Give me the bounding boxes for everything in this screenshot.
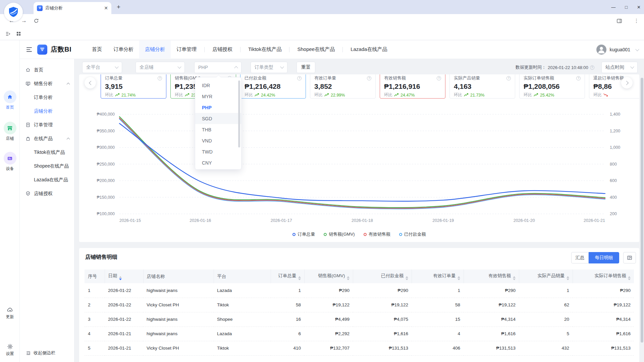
rail-item-device[interactable]: 设备 xyxy=(0,152,20,172)
window-close-button[interactable]: ✕ xyxy=(637,5,641,10)
currency-option-MYR[interactable]: MYR xyxy=(195,91,241,102)
legend-item-已付款金额[interactable]: 已付款金额 xyxy=(399,231,426,237)
legend-item-有效销售额[interactable]: 有效销售额 xyxy=(364,231,390,237)
table-cell: 1 xyxy=(271,283,304,298)
nav-item-Tiktok在线产品[interactable]: Tiktok在线产品 xyxy=(243,41,287,58)
legend-item-订单总量[interactable]: 订单总量 xyxy=(292,231,315,237)
currency-option-THB[interactable]: THB xyxy=(195,124,241,135)
question-circle-icon[interactable]: ? xyxy=(506,76,511,80)
sort-carets-icon[interactable] xyxy=(406,276,408,280)
nav-item-店铺授权[interactable]: 店铺授权 xyxy=(207,41,238,58)
window-maximize-button[interactable]: □ xyxy=(625,5,628,10)
refresh-icon[interactable] xyxy=(34,18,39,23)
browser-tab[interactable]: 店铺分析 ✕ xyxy=(34,2,111,14)
sort-carets-icon[interactable] xyxy=(628,276,631,280)
side-panel-icon[interactable] xyxy=(616,18,622,24)
legend-label: 已付款金额 xyxy=(404,231,426,237)
sidebar-item-店铺分析[interactable]: 店铺分析 xyxy=(20,104,74,118)
nav-item-订单分析[interactable]: 订单分析 xyxy=(108,41,139,58)
tab-title: 店铺分析 xyxy=(45,5,63,11)
collapse-sidebar-button[interactable]: 收起侧边栏 xyxy=(20,350,74,356)
tab-close-icon[interactable]: ✕ xyxy=(104,5,108,11)
order-type-select[interactable]: 订单类型 xyxy=(251,62,287,73)
daily-detail-toggle-button[interactable]: 每日明细 xyxy=(589,252,619,263)
timezone-select[interactable]: 站点时间 xyxy=(601,62,638,73)
column-header-日期[interactable]: 日期 xyxy=(105,269,143,283)
question-circle-icon[interactable]: ? xyxy=(437,76,441,80)
question-circle-icon[interactable]: ? xyxy=(576,76,581,80)
help-circle-icon[interactable]: ? xyxy=(590,65,594,70)
column-header-实际订单销售额[interactable]: 实际订单销售额 xyxy=(573,269,634,283)
column-settings-button[interactable] xyxy=(623,252,636,263)
username[interactable]: kugua001 xyxy=(609,47,630,52)
chevron-up-icon[interactable] xyxy=(67,83,70,86)
sidebar-item-Lazada在线产品[interactable]: Lazada在线产品 xyxy=(20,173,74,187)
svg-text:2026-01-21: 2026-01-21 xyxy=(584,218,605,223)
question-circle-icon[interactable]: ? xyxy=(297,76,302,80)
nav-divider xyxy=(240,47,240,52)
sort-carets-icon[interactable] xyxy=(298,276,301,280)
currency-option-CNY[interactable]: CNY xyxy=(195,157,241,168)
shop-sales-panel: 店铺销售明细 汇总 每日明细 序号日期店铺名称平台订单总量销售额(GMV)已付款… xyxy=(79,248,639,362)
table-cell: Tiktok xyxy=(214,298,271,312)
cards-next-button[interactable] xyxy=(621,77,633,88)
sidebar-item-首页[interactable]: 首页 xyxy=(20,63,74,77)
question-circle-icon[interactable]: ? xyxy=(158,76,162,80)
shop-select[interactable]: 全店铺 xyxy=(136,62,185,73)
stat-card-header: 订单总量? xyxy=(105,75,162,81)
column-header-订单总量[interactable]: 订单总量 xyxy=(271,269,304,283)
platform-select[interactable]: 全平台 xyxy=(82,62,122,73)
browser-menu-icon[interactable]: ⋮ xyxy=(634,18,639,24)
avatar[interactable] xyxy=(596,45,606,55)
column-header-有效销售额[interactable]: 有效销售额 xyxy=(464,269,519,283)
reset-button[interactable]: 重置 xyxy=(297,62,315,73)
window-minimize-button[interactable]: — xyxy=(611,5,615,10)
rail-item-cloud-sync[interactable]: 更新 xyxy=(0,307,20,320)
question-circle-icon[interactable]: ? xyxy=(367,76,371,80)
legend-item-销售额(GMV)[interactable]: 销售额(GMV) xyxy=(324,231,355,237)
summary-toggle-button[interactable]: 汇总 xyxy=(571,252,589,263)
cards-prev-button[interactable] xyxy=(85,77,96,88)
sidebar-item-销售分析[interactable]: 销售分析 xyxy=(20,77,74,90)
column-header-实际产品销量[interactable]: 实际产品销量 xyxy=(519,269,573,283)
sidebar-item-订单管理[interactable]: 订单管理 xyxy=(20,118,74,132)
apps-grid-icon[interactable] xyxy=(16,31,21,36)
sidebar-item-店铺授权[interactable]: 店铺授权 xyxy=(20,187,74,200)
page-scrollbar[interactable] xyxy=(641,78,643,343)
dropdown-scrollbar[interactable] xyxy=(238,80,240,147)
reading-list-icon[interactable] xyxy=(5,31,11,37)
forward-icon[interactable]: → xyxy=(21,17,27,24)
currency-option-SGD[interactable]: SGD xyxy=(195,113,241,124)
hamburger-icon[interactable] xyxy=(26,47,33,52)
currency-option-TWD[interactable]: TWD xyxy=(195,146,241,157)
sort-carets-icon[interactable] xyxy=(567,276,569,280)
rail-item-home[interactable]: 首页 xyxy=(0,90,20,110)
column-header-销售额(GMV)[interactable]: 销售额(GMV) xyxy=(304,269,353,283)
chevron-up-icon[interactable] xyxy=(67,138,70,141)
sidebar-item-Tiktok在线产品[interactable]: Tiktok在线产品 xyxy=(20,145,74,159)
trend-up-icon xyxy=(324,93,329,98)
column-header-有效订单量[interactable]: 有效订单量 xyxy=(412,269,464,283)
nav-item-店铺分析[interactable]: 店铺分析 xyxy=(139,41,171,58)
new-tab-button[interactable]: + xyxy=(117,3,120,11)
column-header-已付款金额[interactable]: 已付款金额 xyxy=(353,269,412,283)
sort-carets-icon[interactable] xyxy=(513,276,516,280)
sidebar-item-Shopee在线产品[interactable]: Shopee在线产品 xyxy=(20,159,74,173)
user-chevron-down-icon[interactable] xyxy=(635,47,639,51)
nav-item-Lazada在线产品[interactable]: Lazada在线产品 xyxy=(345,41,393,58)
currency-option-IDR[interactable]: IDR xyxy=(195,80,241,91)
nav-item-订单管理[interactable]: 订单管理 xyxy=(171,41,202,58)
currency-option-VND[interactable]: VND xyxy=(195,135,241,146)
sidebar-item-订单分析[interactable]: 订单分析 xyxy=(20,90,74,104)
nav-item-Shopee在线产品[interactable]: Shopee在线产品 xyxy=(291,41,340,58)
sidebar-item-在线产品[interactable]: 在线产品 xyxy=(20,132,74,145)
currency-select[interactable]: PHP xyxy=(194,62,241,73)
nav-item-首页[interactable]: 首页 xyxy=(86,41,108,58)
table-cell: 2 xyxy=(85,298,105,312)
sort-carets-icon[interactable] xyxy=(347,276,350,280)
currency-option-PHP[interactable]: PHP xyxy=(195,102,241,113)
rail-item-store[interactable]: 店铺 xyxy=(0,122,20,141)
sort-carets-icon[interactable] xyxy=(458,276,460,280)
rail-item-gear[interactable]: 设置 xyxy=(0,344,20,357)
sort-carets-icon[interactable] xyxy=(119,276,122,280)
